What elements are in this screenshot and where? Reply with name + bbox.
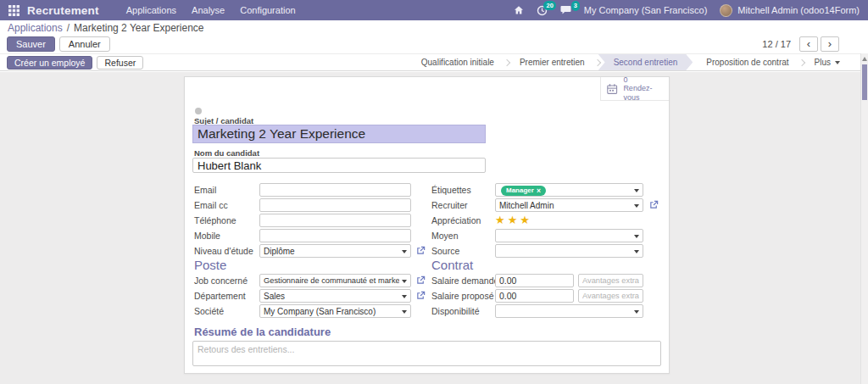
messages-bubble-icon[interactable]: 3 — [560, 5, 571, 15]
department-label: Département — [194, 291, 246, 301]
form-view-background: 0 Rendez-vous Sujet / candidat Nom du ca… — [0, 72, 868, 384]
stage-qualification-initiale[interactable]: Qualification initiale — [409, 54, 506, 70]
menu-applications[interactable]: Applications — [126, 5, 176, 15]
company-select[interactable]: My Company (San Francisco) — [259, 304, 411, 318]
meetings-label: Rendez-vous — [623, 84, 664, 102]
job-external-link-icon[interactable] — [416, 275, 426, 285]
mobile-label: Mobile — [194, 231, 220, 241]
breadcrumb-parent-link[interactable]: Applications — [8, 22, 63, 34]
medium-label: Moyen — [431, 231, 459, 241]
recruiter-select[interactable]: Mitchell Admin — [495, 198, 643, 212]
department-select[interactable]: Sales — [259, 289, 411, 303]
phone-label: Téléphone — [194, 215, 236, 225]
recruiter-external-link-icon[interactable] — [649, 200, 659, 209]
stage-proposition-de-contrat[interactable]: Proposition de contrat — [694, 54, 800, 70]
mobile-input[interactable] — [259, 229, 411, 242]
dropdown-caret-icon — [634, 204, 639, 208]
user-name: Mitchell Admin (odoo14Form) — [737, 5, 860, 15]
app-name[interactable]: Recrutement — [27, 4, 99, 17]
phone-input[interactable] — [259, 214, 411, 227]
candidate-name-label: Nom du candidat — [194, 148, 259, 158]
top-navbar: Recrutement Applications Analyse Configu… — [0, 0, 868, 20]
expected-salary-label: Salaire demandé — [431, 275, 498, 286]
medium-select[interactable] — [495, 229, 643, 242]
stage-pipeline: Qualification initiale Premier entretien… — [409, 54, 852, 70]
stage-premier-entretien[interactable]: Premier entretien — [508, 54, 597, 70]
tags-field[interactable]: Manager × — [495, 183, 643, 197]
scrollbar-up-arrow-icon[interactable] — [862, 57, 867, 61]
activities-clock-icon[interactable]: 20 — [537, 5, 548, 16]
breadcrumb-separator: / — [67, 22, 70, 34]
breadcrumb-current: Marketing 2 Year Experience — [74, 22, 203, 34]
proposed-salary-input[interactable] — [495, 289, 574, 303]
apps-grid-icon[interactable] — [8, 5, 19, 16]
create-employee-button[interactable]: Créer un employé — [7, 56, 92, 70]
summary-textarea[interactable] — [192, 341, 661, 366]
refuse-button[interactable]: Refuser — [97, 56, 143, 70]
dropdown-caret-icon — [634, 189, 639, 192]
pager-value: 12 / 17 — [762, 39, 791, 49]
email-cc-input[interactable] — [259, 198, 411, 212]
stage-second-entretien[interactable]: Second entretien — [598, 54, 693, 70]
dropdown-caret-icon — [634, 235, 639, 238]
dropdown-caret-icon — [402, 280, 407, 283]
statusbar: Créer un employé Refuser Qualification i… — [0, 53, 860, 71]
appreciation-label: Appréciation — [431, 215, 481, 225]
menu-configuration[interactable]: Configuration — [240, 5, 295, 15]
source-select[interactable] — [495, 244, 643, 258]
form-sheet: 0 Rendez-vous Sujet / candidat Nom du ca… — [184, 76, 670, 374]
summary-title: Résumé de la candidature — [194, 326, 331, 338]
subject-input[interactable] — [192, 125, 486, 143]
proposed-salary-extra-input[interactable] — [578, 289, 643, 303]
breadcrumb: Applications / Marketing 2 Year Experien… — [0, 20, 868, 35]
availability-label: Disponibilité — [431, 306, 480, 316]
tag-remove-icon[interactable]: × — [537, 186, 541, 195]
vertical-scrollbar[interactable] — [860, 53, 868, 384]
expected-salary-extra-input[interactable] — [578, 274, 643, 287]
degree-select[interactable]: Diplôme — [259, 244, 411, 258]
company-label: Société — [194, 306, 224, 316]
recruiter-label: Recruiter — [431, 200, 468, 210]
department-external-link-icon[interactable] — [416, 291, 426, 300]
company-switcher[interactable]: My Company (San Francisco) — [584, 5, 708, 15]
email-label: Email — [194, 185, 216, 195]
expected-salary-input[interactable] — [495, 274, 574, 287]
degree-external-link-icon[interactable] — [416, 246, 426, 255]
scrollbar-thumb[interactable] — [862, 64, 867, 100]
email-input[interactable] — [259, 183, 411, 197]
dropdown-caret-icon — [402, 295, 407, 298]
chevron-down-icon — [835, 61, 840, 64]
user-avatar — [720, 4, 732, 17]
kanban-state-dot[interactable] — [195, 108, 202, 114]
meetings-stat-button[interactable]: 0 Rendez-vous — [600, 77, 669, 101]
degree-label: Niveau d'étude — [194, 246, 253, 256]
dropdown-caret-icon — [402, 310, 407, 314]
dropdown-caret-icon — [634, 250, 639, 253]
job-label: Job concerné — [194, 275, 248, 286]
dropdown-caret-icon — [402, 250, 407, 253]
pager-next-button[interactable]: › — [821, 36, 839, 52]
discard-button[interactable]: Annuler — [59, 36, 110, 52]
user-menu[interactable]: Mitchell Admin (odoo14Form) — [720, 4, 860, 17]
job-select[interactable]: Gestionnaire de communauté et marketing — [259, 274, 411, 287]
dropdown-caret-icon — [634, 310, 639, 314]
systray: 20 3 My Company (San Francisco) Mitchell… — [514, 4, 860, 17]
pager-previous-button[interactable]: ‹ — [799, 36, 818, 52]
calendar-icon — [606, 82, 618, 96]
proposed-salary-label: Salaire proposé — [431, 291, 494, 301]
menu-analyse[interactable]: Analyse — [192, 5, 225, 15]
stage-more-button[interactable]: Plus — [803, 54, 852, 70]
save-button[interactable]: Sauver — [7, 36, 55, 52]
contract-section-title: Contrat — [431, 258, 473, 272]
appreciation-stars[interactable]: ★★★ — [495, 214, 532, 225]
candidate-name-input[interactable] — [192, 158, 486, 173]
source-label: Source — [431, 246, 459, 256]
home-icon[interactable] — [514, 5, 524, 15]
tag-manager[interactable]: Manager × — [501, 186, 546, 196]
email-cc-label: Email cc — [194, 200, 228, 210]
availability-select[interactable] — [495, 304, 643, 318]
position-section-title: Poste — [194, 258, 226, 272]
activity-count-badge: 20 — [543, 1, 555, 11]
meetings-count: 0 — [623, 75, 664, 84]
tags-label: Étiquettes — [431, 185, 471, 195]
